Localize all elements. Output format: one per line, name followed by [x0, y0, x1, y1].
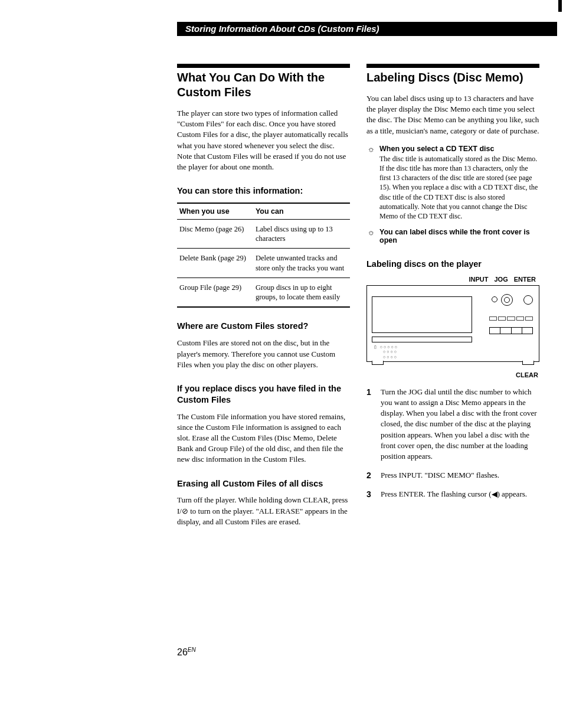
- device-control-row: [489, 327, 533, 334]
- enter-button-icon: [523, 295, 533, 305]
- tip-icon: ☼: [366, 228, 376, 246]
- right-heading: Labeling Discs (Disc Memo): [366, 70, 539, 85]
- where-heading: Where are Custom Files stored?: [177, 321, 350, 332]
- page-content: What You Can Do With the Custom Files Th…: [177, 64, 539, 536]
- left-column: What You Can Do With the Custom Files Th…: [177, 64, 350, 536]
- tip1-title: When you select a CD TEXT disc: [379, 145, 539, 153]
- device-screen: [372, 296, 472, 333]
- right-column: Labeling Discs (Disc Memo) You can label…: [366, 64, 539, 536]
- label-jog: JOG: [494, 276, 508, 283]
- player-diagram: INPUT JOG ENTER ▯ ○○○○○ ○○○○ ○○○○ CLEAR: [366, 276, 539, 378]
- step-item: Press ENTER. The flashing cursor (◀) app…: [366, 489, 539, 500]
- left-heading: What You Can Do With the Custom Files: [177, 70, 350, 100]
- tip-cover: ☼ You can label discs while the front co…: [366, 228, 539, 246]
- tip1-text: The disc title is automatically stored a…: [379, 154, 539, 221]
- step-item: Press INPUT. "DISC MEMO" flashes.: [366, 470, 539, 481]
- jog-dial-icon: [501, 294, 513, 306]
- replace-para: The Custom File information you have sto…: [177, 412, 350, 465]
- table-row: Disc Memo (page 26) Label discs using up…: [177, 219, 350, 249]
- table-row: Delete Bank (page 29) Delete unwanted tr…: [177, 249, 350, 278]
- store-heading: You can store this information:: [177, 185, 350, 197]
- chapter-header: Storing Information About CDs (Custom Fi…: [177, 22, 557, 36]
- replace-heading: If you replace discs you have filed in t…: [177, 383, 350, 406]
- page-number: 26EN: [177, 647, 196, 658]
- input-button-icon: [492, 296, 497, 302]
- right-intro: You can label discs using up to 13 chara…: [366, 93, 539, 136]
- erase-para: Turn off the player. While holding down …: [177, 495, 350, 527]
- tip-cdtext: ☼ When you select a CD TEXT disc The dis…: [366, 145, 539, 221]
- info-table: When you use You can Disc Memo (page 26)…: [177, 203, 350, 308]
- label-heading: Labeling discs on the player: [366, 259, 539, 270]
- steps-list: Turn the JOG dial until the disc number …: [366, 387, 539, 500]
- device-small-buttons: [489, 316, 533, 321]
- label-clear: CLEAR: [366, 371, 539, 378]
- label-input: INPUT: [469, 276, 488, 283]
- label-enter: ENTER: [514, 276, 536, 283]
- step-item: Turn the JOG dial until the disc number …: [366, 387, 539, 462]
- device-buttons: ▯ ○○○○○ ○○○○ ○○○○: [374, 345, 398, 360]
- th-can: You can: [253, 203, 350, 220]
- th-when: When you use: [177, 203, 253, 220]
- erase-heading: Erasing all Custom Files of all discs: [177, 478, 350, 489]
- tip-icon: ☼: [366, 145, 376, 221]
- section-rule: [366, 64, 539, 68]
- section-rule: [177, 64, 350, 68]
- where-para: Custom Files are stored not on the disc,…: [177, 338, 350, 370]
- device-illustration: ▯ ○○○○○ ○○○○ ○○○○: [366, 285, 539, 362]
- table-row: Group File (page 29) Group discs in up t…: [177, 278, 350, 307]
- device-door: [372, 337, 472, 342]
- corner-mark: [558, 0, 562, 12]
- left-intro: The player can store two types of inform…: [177, 108, 350, 172]
- tip2-title: You can label discs while the front cove…: [379, 228, 539, 244]
